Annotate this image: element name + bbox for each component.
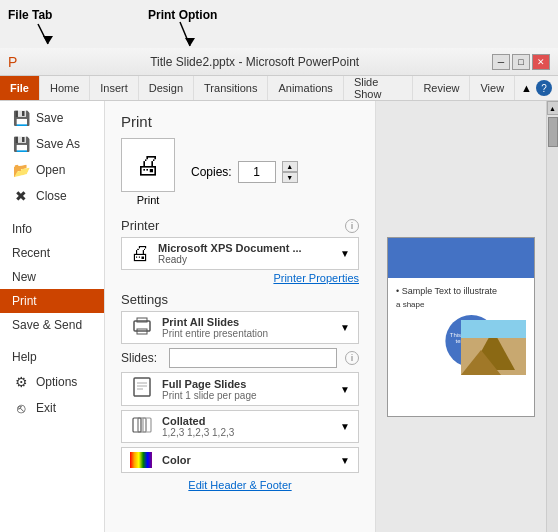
collated-main: Collated [162, 415, 340, 427]
slide-mountain-svg [461, 320, 526, 375]
sidebar-item-save[interactable]: 💾 Save [0, 105, 104, 131]
ribbon-tabs: File Home Insert Design Transitions Anim… [0, 76, 558, 100]
svg-rect-12 [138, 418, 146, 432]
slide-preview: • Sample Text to illustrate a shape This… [387, 237, 535, 417]
svg-marker-1 [43, 36, 53, 44]
copies-down-btn[interactable]: ▼ [282, 172, 298, 183]
collated-icon [130, 416, 154, 438]
sidebar-item-info[interactable]: Info [0, 217, 104, 241]
slides-info-icon[interactable]: i [345, 351, 359, 365]
saveas-icon: 💾 [12, 136, 30, 152]
setting-collated[interactable]: Collated 1,2,3 1,2,3 1,2,3 ▼ [121, 410, 359, 443]
setting-print-all-slides[interactable]: Print All Slides Print entire presentati… [121, 311, 359, 344]
print-area: Print 🖨 Print Copies: ▲ ▼ [105, 101, 376, 532]
print-section-title: Print [121, 113, 359, 130]
file-tab-arrow [28, 22, 58, 50]
close-file-icon: ✖ [12, 188, 30, 204]
tab-animations[interactable]: Animations [268, 76, 343, 100]
print-all-dropdown-arrow[interactable]: ▼ [340, 322, 350, 333]
exit-icon: ⎋ [12, 400, 30, 416]
tab-view[interactable]: View [470, 76, 515, 100]
tab-file[interactable]: File [0, 76, 40, 100]
svg-rect-11 [133, 418, 141, 432]
slides-input[interactable] [169, 348, 337, 368]
copies-spinner: ▲ ▼ [282, 161, 298, 183]
full-page-main: Full Page Slides [162, 378, 340, 390]
setting-full-page-slides[interactable]: Full Page Slides Print 1 slide per page … [121, 372, 359, 406]
setting-color[interactable]: Color ▼ [121, 447, 359, 473]
collated-dropdown-arrow[interactable]: ▼ [340, 421, 350, 432]
print-all-sub: Print entire presentation [162, 328, 340, 339]
maximize-button[interactable]: □ [512, 54, 530, 70]
printer-row[interactable]: 🖨 Microsoft XPS Document ... Ready ▼ [121, 237, 359, 270]
full-page-sub: Print 1 slide per page [162, 390, 340, 401]
options-icon: ⚙ [12, 374, 30, 390]
slide-sample-text: • Sample Text to illustrate [396, 286, 526, 296]
print-all-main: Print All Slides [162, 316, 340, 328]
printer-info-icon[interactable]: i [345, 219, 359, 233]
color-main: Color [162, 454, 340, 466]
main-layout: 💾 Save 💾 Save As 📂 Open ✖ Close Info Rec… [0, 101, 558, 532]
copies-input[interactable] [238, 161, 276, 183]
print-header: 🖨 Print Copies: ▲ ▼ [121, 138, 359, 206]
printer-properties-link[interactable]: Printer Properties [121, 272, 359, 284]
print-all-icon [130, 317, 154, 339]
sidebar-item-open[interactable]: 📂 Open [0, 157, 104, 183]
svg-marker-3 [185, 38, 195, 46]
sidebar-item-close[interactable]: ✖ Close [0, 183, 104, 209]
sidebar-item-exit[interactable]: ⎋ Exit [0, 395, 104, 421]
scroll-thumb[interactable] [548, 117, 558, 147]
collated-info: Collated 1,2,3 1,2,3 1,2,3 [162, 415, 340, 438]
print-button[interactable]: 🖨 [121, 138, 175, 192]
scrollbar: ▲ [546, 101, 558, 532]
svg-rect-13 [143, 418, 151, 432]
printer-name: Microsoft XPS Document ... [158, 242, 332, 254]
preview-panel: • Sample Text to illustrate a shape This… [376, 101, 546, 532]
print-option-arrow [168, 20, 198, 52]
svg-rect-7 [134, 378, 150, 396]
color-icon [130, 452, 154, 468]
help-btn[interactable]: ? [536, 80, 552, 96]
print-button-label: Print [137, 194, 160, 206]
slide-graphics: This is a sample text within a shape [396, 315, 526, 375]
preview-section: • Sample Text to illustrate a shape This… [376, 101, 558, 532]
tab-transitions[interactable]: Transitions [194, 76, 268, 100]
collated-sub: 1,2,3 1,2,3 1,2,3 [162, 427, 340, 438]
minimize-button[interactable]: ─ [492, 54, 510, 70]
tab-design[interactable]: Design [139, 76, 194, 100]
ribbon: File Home Insert Design Transitions Anim… [0, 76, 558, 101]
sidebar-item-savesend[interactable]: Save & Send [0, 313, 104, 337]
sidebar-item-help[interactable]: Help [0, 345, 104, 369]
sidebar-item-new[interactable]: New [0, 265, 104, 289]
edit-header-footer-link[interactable]: Edit Header & Footer [121, 479, 359, 491]
print-button-area: 🖨 Print [121, 138, 175, 206]
color-dropdown-arrow[interactable]: ▼ [340, 455, 350, 466]
tab-insert[interactable]: Insert [90, 76, 139, 100]
title-bar-text: Title Slide2.pptx - Microsoft PowerPoint [17, 55, 492, 69]
sidebar-item-recent[interactable]: Recent [0, 241, 104, 265]
slide-body: • Sample Text to illustrate a shape This… [388, 278, 534, 383]
title-bar-controls: ─ □ ✕ [492, 54, 550, 70]
sidebar-item-saveas[interactable]: 💾 Save As [0, 131, 104, 157]
slides-label: Slides: [121, 351, 161, 365]
printer-dropdown-arrow[interactable]: ▼ [340, 248, 350, 259]
full-page-dropdown-arrow[interactable]: ▼ [340, 384, 350, 395]
preview-content: • Sample Text to illustrate a shape This… [376, 101, 546, 532]
svg-rect-17 [461, 320, 526, 338]
title-bar: P Title Slide2.pptx - Microsoft PowerPoi… [0, 48, 558, 76]
file-tab-annotation: File Tab [8, 8, 52, 22]
printer-status: Ready [158, 254, 332, 265]
annotation-area: File Tab Print Option [0, 0, 558, 48]
close-button[interactable]: ✕ [532, 54, 550, 70]
tab-review[interactable]: Review [413, 76, 470, 100]
copies-up-btn[interactable]: ▲ [282, 161, 298, 172]
scroll-up-btn[interactable]: ▲ [547, 101, 559, 115]
main-content-row: Print 🖨 Print Copies: ▲ ▼ [105, 101, 558, 532]
sidebar-item-options[interactable]: ⚙ Options [0, 369, 104, 395]
tab-slideshow[interactable]: Slide Show [344, 76, 414, 100]
ribbon-collapse-btn[interactable]: ▲ [521, 82, 532, 94]
settings-section-label: Settings [121, 292, 359, 307]
copies-label: Copies: [191, 165, 232, 179]
sidebar-item-print[interactable]: Print [0, 289, 104, 313]
tab-home[interactable]: Home [40, 76, 90, 100]
